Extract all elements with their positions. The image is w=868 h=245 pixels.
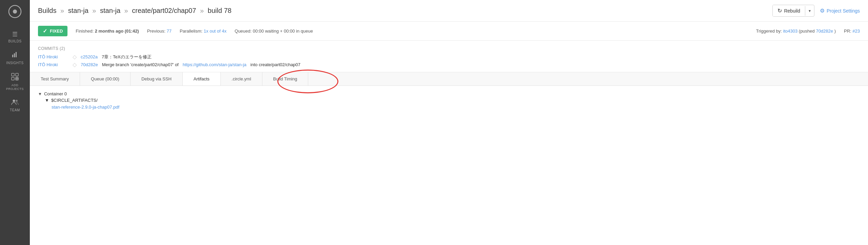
svg-rect-2 [12,55,13,57]
pr-link[interactable]: #23 [852,29,860,34]
triggered-paren-close: ) [834,29,836,34]
svg-rect-5 [12,73,14,76]
breadcrumb-sep-2: » [92,7,96,14]
breadcrumb-builds[interactable]: Builds [38,7,56,14]
container-chevron: ▼ [38,92,42,96]
container-row: ▼ Container 0 [38,91,860,96]
tabs: Test Summary Queue (00:00) Debug via SSH… [30,72,868,86]
tab-queue-label: Queue (00:00) [91,76,119,81]
sidebar-item-team[interactable]: TEAM [0,95,30,116]
rebuild-label: Rebuild [784,8,800,14]
rebuild-dropdown-button[interactable]: ▾ [805,6,814,16]
breadcrumb: Builds » stan-ja » stan-ja » create/part… [38,7,772,15]
check-icon: ✓ [43,28,47,34]
svg-point-11 [13,99,15,102]
artifact-folder-row: ▼ $CIRCLE_ARTIFACTS/ [45,98,860,103]
commit-1-arrow: ◇ [73,54,77,60]
rebuild-button[interactable]: ↻ Rebuild [773,5,805,16]
commit-row-1: ITÔ Hiroki ◇ c25202a 7章：TeXのエラーを修正 [38,54,860,60]
breadcrumb-sep-4: » [200,7,204,14]
team-icon [11,99,19,107]
triggered-meta: Triggered by: ito4303 (pushed 70d282e ) [756,29,836,34]
breadcrumb-repo[interactable]: stan-ja [100,7,120,14]
finished-label: Finished: [76,29,94,34]
insights-icon [12,51,18,60]
tabs-wrapper: Test Summary Queue (00:00) Debug via SSH… [30,72,868,86]
commit-2-message-post: into create/part02/chap07 [251,62,300,67]
main-content: Builds » stan-ja » stan-ja » create/part… [30,0,868,245]
svg-rect-6 [16,73,18,76]
commit-2-github-link[interactable]: https://github.com/stan-ja/stan-ja [183,62,246,67]
breadcrumb-branch[interactable]: create/part02/chap07 [132,7,196,14]
parallelism-meta: Parallelism: 1x out of 4x [180,29,226,34]
queued-label: Queued: [235,29,252,34]
commit-2-arrow: ◇ [73,61,77,68]
previous-link[interactable]: 77 [167,29,172,34]
sidebar-item-team-label: TEAM [10,108,20,112]
breadcrumb-build: build 78 [208,7,232,14]
commit-2-message-pre: Merge branch 'create/part02/chap07' of [102,62,179,67]
tab-debug-ssh-label: Debug via SSH [141,76,172,81]
previous-label: Previous: [147,29,165,34]
commit-2-author[interactable]: ITÔ Hiroki [38,62,68,67]
tab-artifacts-label: Artifacts [194,76,210,81]
svg-point-12 [16,100,18,102]
triggered-pushed-link[interactable]: 70d282e [816,29,833,34]
pr-meta: PR: #23 [844,29,860,34]
breadcrumb-org[interactable]: stan-ja [68,7,88,14]
builds-icon: ☰ [12,31,18,38]
triggered-user-link[interactable]: ito4303 [783,29,798,34]
finished-value: 2 months ago (01:42) [95,29,139,34]
tab-build-timing-label: Build Timing [273,76,297,81]
header-actions: ↻ Rebuild ▾ ⚙ Project Settings [772,5,860,17]
folder-label: $CIRCLE_ARTIFACTS/ [51,98,98,103]
commit-1-hash[interactable]: c25202a [81,54,98,59]
rebuild-button-group: ↻ Rebuild ▾ [772,5,814,17]
pr-label: PR: [844,29,851,34]
previous-meta: Previous: 77 [147,29,172,34]
commits-title: COMMITS (2) [38,46,860,51]
tab-queue[interactable]: Queue (00:00) [80,72,131,86]
svg-rect-7 [12,77,14,80]
folder-chevron: ▼ [45,98,49,103]
sidebar-item-builds[interactable]: ☰ BUILDS [0,26,30,47]
queued-meta: Queued: 00:00 waiting + 00:00 in queue [235,29,313,34]
gear-icon: ⚙ [820,7,825,14]
parallelism-value[interactable]: 1x out of 4x [204,29,226,34]
commit-2-hash[interactable]: 70d282e [81,62,98,67]
tab-build-timing[interactable]: Build Timing [262,72,309,86]
breadcrumb-sep-3: » [124,7,128,14]
sidebar-item-add-projects[interactable]: ADDPROJECTS [0,69,30,95]
sidebar-item-add-projects-label: ADDPROJECTS [6,83,24,91]
tab-test-summary-label: Test Summary [41,76,69,81]
breadcrumb-sep-1: » [60,7,64,14]
artifact-file-link[interactable]: stan-reference-2.9.0-ja-chap07.pdf [52,105,119,110]
tab-debug-ssh[interactable]: Debug via SSH [131,72,183,86]
tab-artifacts[interactable]: Artifacts [183,72,221,86]
commit-row-2: ITÔ Hiroki ◇ 70d282e Merge branch 'creat… [38,61,860,68]
sidebar-item-insights[interactable]: INSIGHTS [0,47,30,69]
queued-value: 00:00 waiting + 00:00 in queue [253,29,313,34]
svg-point-1 [13,10,17,14]
parallelism-label: Parallelism: [180,29,202,34]
sidebar-item-insights-label: INSIGHTS [6,61,23,65]
project-settings-button[interactable]: ⚙ Project Settings [820,7,860,14]
sidebar-item-builds-label: BUILDS [8,39,21,43]
tab-test-summary[interactable]: Test Summary [30,72,80,86]
commit-1-author[interactable]: ITÔ Hiroki [38,54,68,59]
commit-1-message: 7章：TeXのエラーを修正 [102,54,152,60]
rebuild-icon: ↻ [777,7,782,14]
circleci-logo[interactable] [7,3,23,20]
tab-circle-yml-label: .circle.yml [232,76,251,81]
artifacts-content: ▼ Container 0 ▼ $CIRCLE_ARTIFACTS/ stan-… [30,86,868,245]
triggered-label: Triggered by: [756,29,782,34]
status-bar: ✓ FIXED Finished: 2 months ago (01:42) P… [30,22,868,41]
add-projects-icon [11,73,19,82]
svg-rect-4 [16,52,17,57]
page-header: Builds » stan-ja » stan-ja » create/part… [30,0,868,22]
finished-meta: Finished: 2 months ago (01:42) [76,29,139,34]
tab-circle-yml[interactable]: .circle.yml [221,72,262,86]
svg-rect-3 [14,53,15,57]
status-text: FIXED [50,29,63,34]
triggered-pushed-text: (pushed [799,29,816,34]
